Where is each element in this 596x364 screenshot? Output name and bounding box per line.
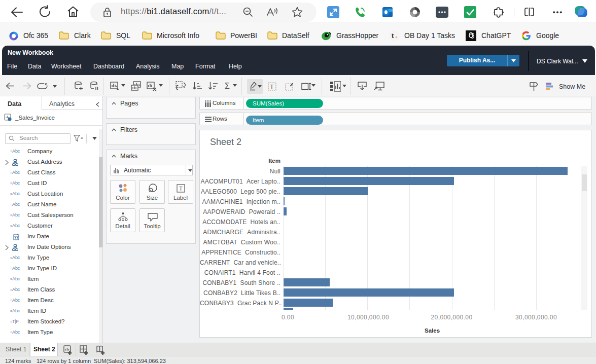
svg-text:Σ: Σ	[225, 82, 230, 90]
svg-text:T: T	[179, 186, 183, 192]
svg-text:T: T	[270, 84, 274, 90]
svg-text:t: t	[392, 32, 394, 40]
